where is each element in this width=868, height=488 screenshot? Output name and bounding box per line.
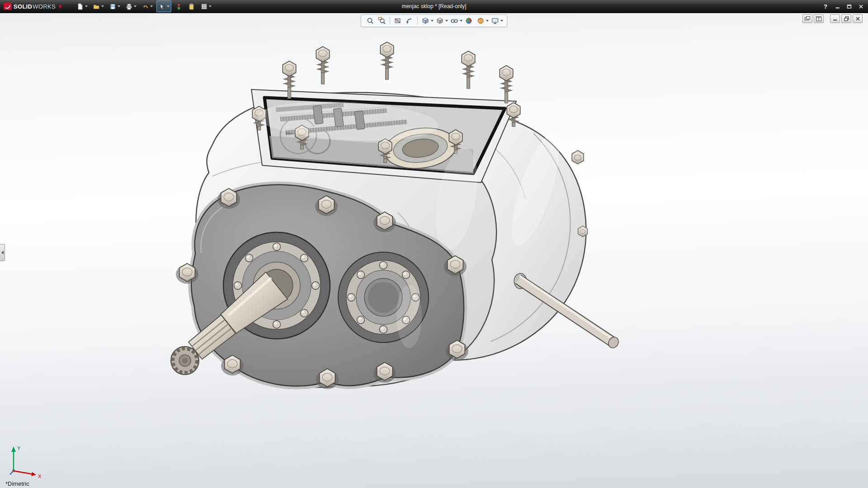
- print-button[interactable]: [124, 1, 138, 12]
- solidworks-logo: SOLID WORKS: [0, 3, 65, 10]
- minimize-icon: [835, 4, 840, 9]
- previous-view-button[interactable]: [404, 16, 415, 26]
- new-window-icon: [805, 16, 810, 21]
- close-document-button[interactable]: [853, 14, 863, 23]
- apply-scene-button[interactable]: [475, 16, 486, 26]
- document-window-controls: [802, 14, 863, 23]
- display-states-button[interactable]: [174, 1, 184, 12]
- section-view-button[interactable]: [392, 16, 403, 26]
- display-style-button[interactable]: [434, 16, 445, 26]
- view-orientation-group: [420, 16, 434, 26]
- zoom-to-area-button[interactable]: [377, 16, 387, 26]
- view-orientation-label: *Dimetric: [5, 480, 29, 487]
- view-settings-button[interactable]: [490, 16, 500, 26]
- restore-document-icon: [844, 16, 849, 21]
- new-document-icon: [76, 3, 84, 10]
- ds-logo-mark: [4, 3, 12, 10]
- tile-window-icon: [816, 16, 821, 21]
- restore-button[interactable]: [845, 3, 853, 10]
- print-icon: [125, 3, 133, 10]
- zoom-to-fit-icon: [366, 17, 374, 25]
- restore-document-button[interactable]: [841, 14, 851, 23]
- view-settings-group: [490, 16, 503, 26]
- feature-panel-splitter-tab[interactable]: [0, 244, 5, 261]
- save-button[interactable]: [108, 1, 122, 12]
- appearance-ball-icon: [465, 17, 473, 25]
- minimize-button[interactable]: [834, 3, 841, 10]
- options-grid-button[interactable]: [199, 1, 213, 12]
- window-controls: ?: [822, 0, 864, 13]
- previous-view-icon: [406, 17, 414, 25]
- tile-window-button[interactable]: [814, 14, 824, 23]
- titlebar: SOLID WORKS: [0, 0, 868, 13]
- glasses-icon: [450, 17, 458, 25]
- minimize-document-button[interactable]: [830, 14, 840, 23]
- brand-name-bold: SOLID: [14, 3, 32, 10]
- edit-appearance-button[interactable]: [463, 16, 474, 26]
- toolbar-separator: [390, 17, 390, 25]
- new-document-button[interactable]: [75, 1, 89, 12]
- view-orientation-cube-icon: [421, 17, 429, 25]
- new-window-button[interactable]: [802, 14, 812, 23]
- menu-expand-icon[interactable]: [59, 4, 62, 9]
- y-axis-label: Y: [17, 446, 21, 451]
- apply-scene-group: [475, 16, 489, 26]
- save-icon: [109, 3, 117, 10]
- view-settings-icon: [491, 17, 499, 25]
- close-document-icon: [855, 16, 860, 21]
- minimize-document-icon: [833, 16, 838, 21]
- undo-icon: [142, 3, 149, 10]
- close-button[interactable]: [857, 3, 864, 10]
- window-title: menjac sklop * [Read-only]: [402, 3, 467, 9]
- zoom-to-fit-button[interactable]: [365, 16, 376, 26]
- options-grid-icon: [200, 3, 208, 10]
- collapse-arrow-icon: [1, 251, 4, 254]
- open-folder-icon: [93, 3, 100, 10]
- orientation-triad[interactable]: Y X: [6, 443, 48, 481]
- select-pointer-button[interactable]: [156, 0, 171, 12]
- select-pointer-icon: [158, 3, 166, 10]
- open-document-button[interactable]: [91, 1, 105, 12]
- undo-button[interactable]: [140, 1, 154, 12]
- design-binder-button[interactable]: [186, 1, 197, 12]
- zoom-to-area-icon: [378, 17, 386, 25]
- close-icon: [859, 4, 863, 9]
- hide-show-items-button[interactable]: [449, 16, 460, 26]
- splined-shaft-end: [171, 347, 199, 375]
- display-states-icon: [175, 3, 183, 10]
- display-style-cube-icon: [436, 17, 444, 25]
- headsup-view-toolbar: [361, 14, 507, 27]
- restore-icon: [847, 4, 852, 9]
- display-style-group: [434, 16, 448, 26]
- hide-show-group: [449, 16, 462, 26]
- help-button[interactable]: ?: [822, 3, 829, 10]
- gearbox-model[interactable]: [0, 0, 868, 488]
- toolbar-separator: [417, 17, 418, 25]
- main-toolbar: [75, 0, 213, 12]
- brand-name-light: WORKS: [33, 3, 56, 10]
- section-view-icon: [394, 17, 402, 25]
- view-orientation-button[interactable]: [420, 16, 431, 26]
- scene-ball-icon: [476, 17, 485, 25]
- x-axis-label: X: [38, 474, 42, 479]
- design-binder-icon: [188, 3, 195, 10]
